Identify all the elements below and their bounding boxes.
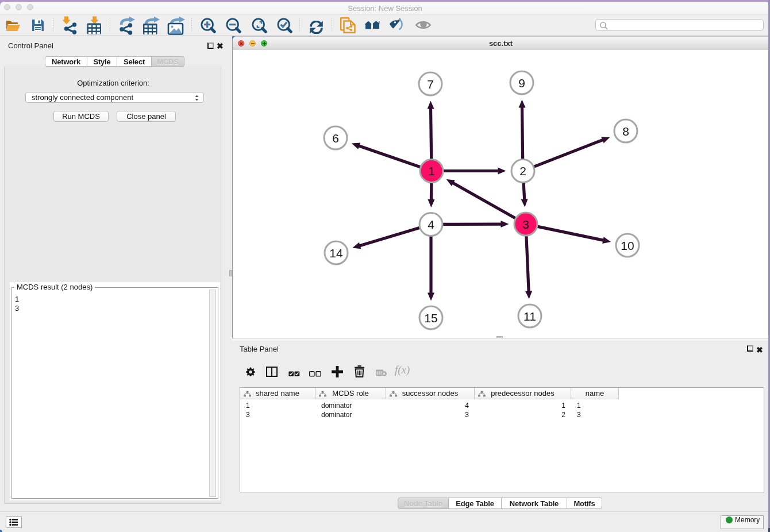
svg-text:14: 14 xyxy=(329,246,343,260)
svg-text:3: 3 xyxy=(522,218,529,231)
svg-text:9: 9 xyxy=(518,76,525,90)
svg-text:6: 6 xyxy=(332,132,339,145)
svg-text:15: 15 xyxy=(424,311,437,325)
svg-text:8: 8 xyxy=(622,125,629,138)
svg-text:1: 1 xyxy=(428,164,435,178)
svg-text:2: 2 xyxy=(519,164,526,178)
svg-text:10: 10 xyxy=(621,239,634,252)
svg-text:4: 4 xyxy=(428,218,434,231)
svg-text:7: 7 xyxy=(427,78,434,91)
svg-text:11: 11 xyxy=(523,310,536,323)
